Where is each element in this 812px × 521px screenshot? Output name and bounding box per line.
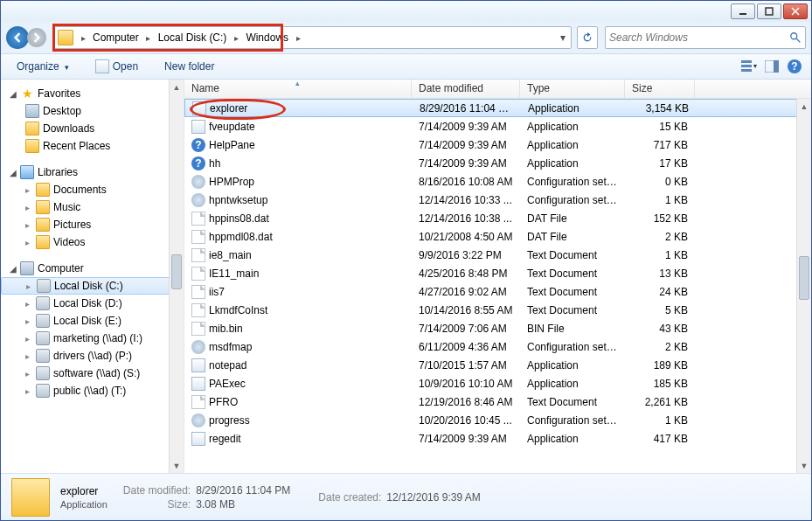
file-type: Application	[520, 139, 625, 151]
file-date: 6/11/2009 4:36 AM	[412, 341, 520, 353]
tree-videos[interactable]: ▸Videos	[1, 233, 184, 251]
tree-computer[interactable]: ◢Computer	[1, 260, 184, 277]
file-row[interactable]: mib.bin7/14/2009 7:06 AMBIN File43 KB	[184, 319, 811, 337]
nav-bar: Computer Local Disk (C:) Windows	[1, 22, 811, 53]
tree-pictures[interactable]: ▸Pictures	[1, 216, 184, 233]
file-row[interactable]: HPMProp8/16/2016 10:08 AMConfiguration s…	[184, 172, 811, 191]
scroll-down-icon[interactable]: ▼	[170, 458, 184, 473]
file-row[interactable]: regedit7/14/2009 9:39 AMApplication417 K…	[184, 429, 811, 448]
file-type: Configuration sett...	[520, 194, 625, 206]
file-name: regedit	[209, 433, 241, 445]
tree-net-software[interactable]: ▸software (\\ad) (S:)	[1, 365, 184, 382]
file-row[interactable]: msdfmap6/11/2009 4:36 AMConfiguration se…	[184, 337, 811, 356]
tree-disk-e[interactable]: ▸Local Disk (E:)	[1, 312, 184, 330]
new-folder-button[interactable]: New folder	[157, 58, 221, 75]
file-row[interactable]: iis74/27/2016 9:02 AMText Document24 KB	[184, 282, 811, 301]
col-date[interactable]: Date modified	[412, 80, 520, 98]
maximize-button[interactable]	[757, 3, 781, 19]
svg-rect-0	[739, 13, 746, 15]
sidebar-scrollbar[interactable]: ▲ ▼	[169, 80, 184, 473]
file-row[interactable]: fveupdate7/14/2009 9:39 AMApplication15 …	[184, 117, 811, 135]
tree-desktop[interactable]: Desktop	[1, 102, 184, 120]
breadcrumb[interactable]: Computer Local Disk (C:) Windows	[53, 26, 572, 49]
file-row[interactable]: hpntwksetup12/14/2016 10:33 ...Configura…	[184, 191, 811, 209]
file-row[interactable]: explorer8/29/2016 11:04 PMApplication3,1…	[184, 99, 811, 117]
file-row[interactable]: hppmdl08.dat10/21/2008 4:50 AMDAT File2 …	[184, 227, 811, 246]
breadcrumb-root-arrow[interactable]	[77, 31, 89, 44]
file-type: Configuration sett...	[520, 414, 625, 427]
file-row[interactable]: LkmdfCoInst10/14/2016 8:55 AMText Docume…	[184, 301, 811, 319]
breadcrumb-arrow[interactable]	[142, 31, 155, 44]
scroll-up-icon[interactable]: ▲	[797, 99, 811, 114]
tree-music[interactable]: ▸Music	[1, 198, 184, 216]
details-file-icon	[11, 478, 50, 517]
file-row[interactable]: hppins08.dat12/14/2016 10:38 ...DAT File…	[184, 209, 811, 227]
file-type: Application	[520, 121, 625, 133]
tree-net-marketing[interactable]: ▸marketing (\\ad) (I:)	[1, 330, 184, 347]
file-row[interactable]: ?HelpPane7/14/2009 9:39 AMApplication717…	[184, 135, 811, 154]
filelist-scrollbar[interactable]: ▲ ▼	[796, 99, 811, 473]
scroll-thumb[interactable]	[799, 256, 809, 300]
tree-downloads[interactable]: Downloads	[1, 120, 184, 137]
file-date: 9/9/2016 3:22 PM	[412, 249, 520, 261]
tree-disk-c[interactable]: ▸Local Disk (C:)	[1, 277, 184, 295]
file-size: 2,261 KB	[625, 396, 695, 408]
breadcrumb-arrow[interactable]	[230, 31, 242, 44]
tree-documents[interactable]: ▸Documents	[1, 181, 184, 198]
scroll-thumb[interactable]	[171, 254, 182, 289]
help-button[interactable]: ?	[787, 59, 802, 74]
file-type: DAT File	[520, 231, 625, 243]
file-row[interactable]: IE11_main4/25/2016 8:48 PMText Document1…	[184, 264, 811, 282]
tree-disk-d[interactable]: ▸Local Disk (D:)	[1, 295, 184, 312]
minimize-button[interactable]	[731, 3, 755, 19]
scroll-down-icon[interactable]: ▼	[797, 458, 811, 473]
search-input[interactable]	[609, 31, 789, 44]
file-name: PFRO	[209, 396, 238, 408]
col-type[interactable]: Type	[520, 80, 625, 98]
tree-libraries[interactable]: ◢Libraries	[1, 163, 184, 181]
breadcrumb-arrow[interactable]	[292, 31, 304, 44]
file-row[interactable]: PAExec10/9/2016 10:10 AMApplication185 K…	[184, 374, 811, 392]
open-button[interactable]: Open	[88, 57, 145, 76]
file-row[interactable]: notepad7/10/2015 1:57 AMApplication189 K…	[184, 356, 811, 374]
col-name[interactable]: Name	[184, 80, 412, 98]
file-type: BIN File	[520, 323, 625, 335]
file-date: 8/29/2016 11:04 PM	[413, 102, 521, 115]
file-name: iis7	[209, 286, 225, 298]
file-date: 7/14/2009 9:39 AM	[412, 121, 520, 133]
file-name: IE11_main	[209, 267, 259, 280]
titlebar	[1, 1, 811, 22]
tree-net-drivers[interactable]: ▸drivers (\\ad) (P:)	[1, 347, 184, 365]
file-row[interactable]: ie8_main9/9/2016 3:22 PMText Document1 K…	[184, 246, 811, 264]
file-name: hppmdl08.dat	[209, 231, 273, 243]
file-date: 7/14/2009 9:39 AM	[412, 139, 520, 151]
tree-net-public[interactable]: ▸public (\\ad) (T:)	[1, 382, 184, 399]
svg-line-3	[796, 38, 800, 42]
tree-favorites[interactable]: ◢★Favorites	[1, 85, 184, 102]
file-type: Text Document	[520, 249, 625, 261]
view-options-button[interactable]	[741, 59, 757, 74]
file-date: 10/20/2016 10:45 ...	[412, 414, 520, 427]
file-size: 43 KB	[625, 323, 695, 335]
preview-pane-button[interactable]	[764, 59, 780, 74]
col-size[interactable]: Size	[625, 80, 695, 98]
tree-recent[interactable]: Recent Places	[1, 137, 184, 155]
file-icon	[191, 377, 205, 391]
scroll-up-icon[interactable]: ▲	[170, 80, 184, 94]
file-row[interactable]: PFRO12/19/2016 8:46 AMText Document2,261…	[184, 392, 811, 411]
file-row[interactable]: progress10/20/2016 10:45 ...Configuratio…	[184, 411, 811, 429]
file-type: Application	[520, 378, 625, 390]
breadcrumb-computer[interactable]: Computer	[89, 27, 142, 48]
refresh-button[interactable]	[577, 26, 598, 49]
file-row[interactable]: ?hh7/14/2009 9:39 AMApplication17 KB	[184, 154, 811, 172]
file-icon	[191, 432, 205, 446]
organize-button[interactable]: Organize	[10, 58, 76, 75]
breadcrumb-localdisk[interactable]: Local Disk (C:)	[155, 27, 231, 48]
file-icon: ?	[191, 156, 205, 170]
breadcrumb-windows[interactable]: Windows	[242, 27, 292, 48]
search-box[interactable]	[605, 26, 806, 49]
breadcrumb-history-drop[interactable]	[555, 31, 571, 44]
back-button[interactable]	[6, 26, 29, 49]
close-button[interactable]	[783, 3, 808, 19]
file-date: 7/14/2009 7:06 AM	[412, 323, 520, 335]
